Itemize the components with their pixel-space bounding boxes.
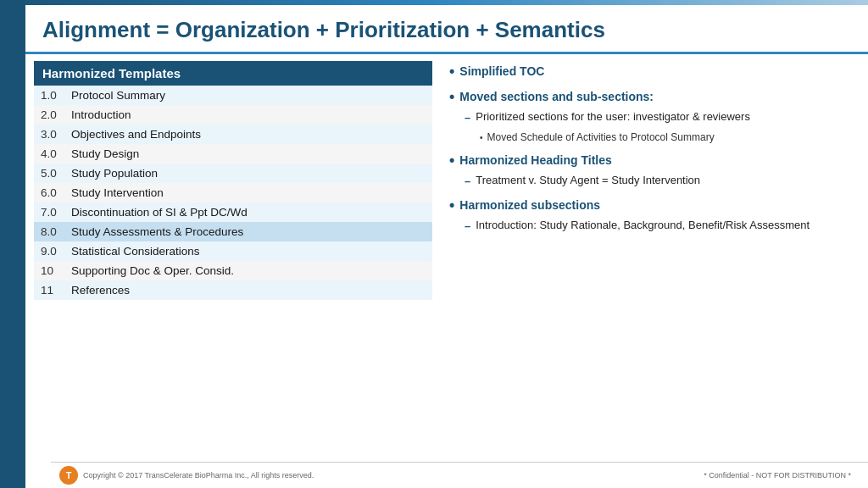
bullet-dot-3-icon: • (449, 152, 454, 170)
moved-sections-sub: – Prioritized sections for the user: inv… (465, 109, 851, 126)
toc-row-number: 7.0 (34, 202, 64, 222)
toc-table: 1.0Protocol Summary2.0Introduction3.0Obj… (34, 86, 432, 300)
harmonized-subsections-bullet: • Harmonized subsections (449, 197, 851, 215)
table-row: 10Supporting Doc & Oper. Consid. (34, 261, 432, 280)
main-content: Alignment = Organization + Prioritizatio… (25, 5, 868, 488)
toc-row-label: Supporting Doc & Oper. Consid. (64, 261, 432, 280)
toc-row-number: 4.0 (34, 144, 64, 164)
toc-row-number: 5.0 (34, 164, 64, 183)
logo-icon: T (59, 466, 78, 485)
title-area: Alignment = Organization + Prioritizatio… (25, 5, 868, 54)
toc-row-label: Introduction (64, 105, 432, 125)
simplified-toc-label: Simplified TOC (459, 63, 544, 80)
table-row: 8.0Study Assessments & Procedures (34, 222, 432, 241)
toc-row-number: 8.0 (34, 222, 64, 241)
moved-sections-bullet: • Moved sections and sub-sections: (449, 88, 851, 107)
left-column: Harmonized Templates 1.0Protocol Summary… (25, 54, 441, 462)
table-row: 4.0Study Design (34, 144, 432, 164)
moved-schedule-text: Moved Schedule of Activities to Protocol… (487, 130, 715, 145)
left-accent-bar (0, 0, 25, 488)
harmonized-subsections-text: Harmonized subsections (459, 197, 600, 214)
body-area: Harmonized Templates 1.0Protocol Summary… (25, 54, 868, 462)
right-column: • Simplified TOC • Moved sections and su… (441, 54, 868, 462)
toc-row-label: Study Assessments & Procedures (64, 222, 432, 241)
toc-row-label: Protocol Summary (64, 86, 432, 105)
footer: T Copyright © 2017 TransCelerate BioPhar… (51, 462, 868, 488)
toc-row-label: Study Population (64, 164, 432, 183)
copyright-text: Copyright © 2017 TransCelerate BioPharma… (83, 471, 314, 480)
toc-row-number: 6.0 (34, 183, 64, 202)
heading-titles-sub-text: Treatment v. Study Agent = Study Interve… (476, 173, 700, 189)
table-row: 5.0Study Population (34, 164, 432, 183)
toc-row-label: References (64, 280, 432, 300)
moved-sections-section: • Moved sections and sub-sections: – Pri… (449, 88, 851, 145)
toc-header: Harmonized Templates (34, 61, 432, 86)
page: Alignment = Organization + Prioritizatio… (0, 0, 868, 488)
harmonized-subsections-sub-text: Introduction: Study Rationale, Backgroun… (476, 218, 810, 234)
simplified-toc-bullet: • Simplified TOC (449, 63, 851, 81)
table-row: 3.0Objectives and Endpoints (34, 125, 432, 144)
moved-sections-text: Moved sections and sub-sections: (459, 88, 654, 106)
heading-titles-sub: – Treatment v. Study Agent = Study Inter… (465, 173, 851, 190)
bullet-dot-2-icon: • (449, 88, 454, 107)
confidential-text: * Confidential - NOT FOR DISTRIBUTION * (704, 471, 851, 480)
table-row: 11References (34, 280, 432, 300)
harmonized-subsections-section: • Harmonized subsections – Introduction:… (449, 197, 851, 235)
page-title: Alignment = Organization + Prioritizatio… (42, 17, 851, 43)
table-row: 2.0Introduction (34, 105, 432, 125)
table-row: 6.0Study Intervention (34, 183, 432, 202)
moved-sections-sub-text: Prioritized sections for the user: inves… (476, 109, 750, 125)
nested-dot-icon: • (480, 131, 483, 144)
dash-icon-3: – (465, 218, 470, 235)
bullet-dot-icon: • (449, 63, 454, 81)
table-row: 7.0Discontinuation of SI & Ppt DC/Wd (34, 202, 432, 222)
simplified-toc-section: • Simplified TOC (449, 63, 851, 81)
moved-sections-nested: • Moved Schedule of Activities to Protoc… (480, 130, 851, 145)
dash-icon-1: – (465, 109, 470, 126)
toc-row-label: Study Design (64, 144, 432, 164)
toc-row-label: Discontinuation of SI & Ppt DC/Wd (64, 202, 432, 222)
toc-row-label: Objectives and Endpoints (64, 125, 432, 144)
toc-row-label: Statistical Considerations (64, 241, 432, 261)
toc-row-number: 3.0 (34, 125, 64, 144)
toc-row-number: 11 (34, 280, 64, 300)
table-row: 9.0Statistical Considerations (34, 241, 432, 261)
toc-row-label: Study Intervention (64, 183, 432, 202)
table-row: 1.0Protocol Summary (34, 86, 432, 105)
footer-logo: T Copyright © 2017 TransCelerate BioPhar… (59, 466, 314, 485)
harmonized-subsections-sub: – Introduction: Study Rationale, Backgro… (465, 218, 851, 235)
toc-row-number: 9.0 (34, 241, 64, 261)
heading-titles-text: Harmonized Heading Titles (459, 152, 611, 169)
toc-row-number: 10 (34, 261, 64, 280)
heading-titles-bullet: • Harmonized Heading Titles (449, 152, 851, 170)
bullet-dot-4-icon: • (449, 197, 454, 215)
dash-icon-2: – (465, 173, 470, 190)
toc-row-number: 1.0 (34, 86, 64, 105)
toc-row-number: 2.0 (34, 105, 64, 125)
heading-titles-section: • Harmonized Heading Titles – Treatment … (449, 152, 851, 190)
